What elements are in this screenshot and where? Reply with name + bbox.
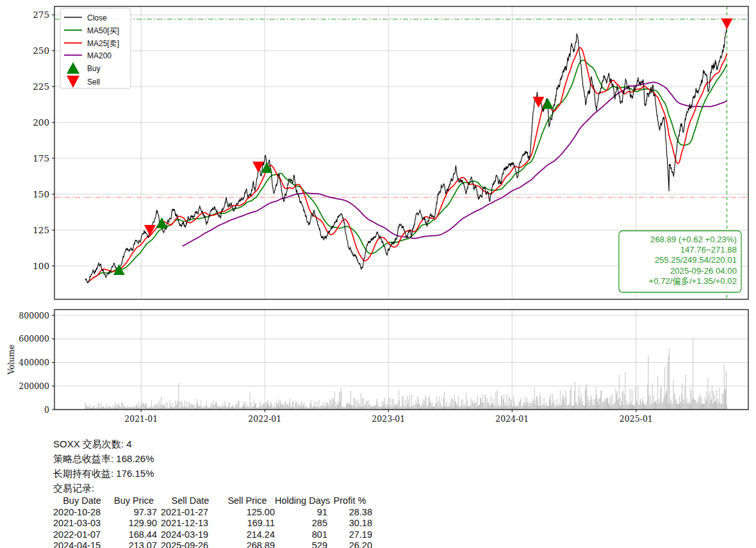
table-cell: 2022-01-07 [53, 529, 111, 541]
svg-text:2022-01: 2022-01 [248, 414, 281, 424]
annotation-line: +0.72/偏多/+1.35/+0.02 [649, 276, 737, 286]
svg-text:2024-01: 2024-01 [495, 414, 529, 424]
sell-marker [721, 19, 733, 29]
legend: CloseMA50[买]MA25[卖]MA200BuySell [60, 8, 131, 88]
legend-item-label: Buy [87, 64, 101, 73]
table-cell: 2021-03-03 [53, 518, 111, 529]
annotation-line: 147.76~271.88 [680, 245, 737, 254]
column-header: Sell Price [220, 495, 275, 507]
column-header: Sell Date [157, 495, 220, 507]
stock-figure-svg: 1001251501752002252502750200000400000600… [0, 0, 756, 431]
strategy-stats: SOXX 交易次数: 4 策略总收益率: 168.26% 长期持有收益: 176… [53, 436, 372, 548]
trade-record-row: 2022-01-07168.442024-03-19214.2480127.19 [53, 529, 372, 541]
legend-item-label: Close [87, 13, 107, 22]
annotation-line: 2025-09-26 04:00 [670, 266, 737, 276]
svg-text:150: 150 [33, 189, 49, 199]
volume-bars [85, 338, 727, 410]
table-cell: 125.00 [220, 507, 275, 519]
table-cell: 214.24 [220, 529, 275, 541]
svg-text:200: 200 [33, 117, 49, 128]
annotation-line: 255.25/249.54/220.01 [655, 255, 737, 265]
column-header: Holding Days [275, 495, 327, 507]
table-cell: 97.37 [111, 507, 157, 519]
table-cell: 2021-01-27 [157, 507, 220, 519]
table-cell: 2024-04-15 [53, 540, 111, 548]
table-cell: 2021-12-13 [157, 518, 220, 529]
annotation-box: 268.89 (+0.62 +0.23%)147.76~271.88255.25… [619, 231, 741, 292]
trade-record-row: 2021-03-03129.902021-12-13169.1128530.18 [53, 518, 372, 529]
table-cell: 213.07 [111, 540, 157, 548]
table-cell: 2025-09-26 [157, 540, 220, 548]
svg-text:125: 125 [33, 225, 49, 235]
svg-text:600000: 600000 [19, 334, 49, 344]
legend-item-label: MA50[买] [87, 26, 119, 35]
svg-text:2025-01: 2025-01 [620, 414, 653, 424]
column-header: Buy Date [53, 495, 111, 507]
legend-item-label: MA200 [87, 51, 111, 60]
table-cell: 801 [275, 529, 327, 541]
table-cell: 91 [275, 507, 327, 519]
table-cell: 285 [275, 518, 327, 529]
table-header-row: Buy DateBuy PriceSell DateSell PriceHold… [53, 495, 372, 507]
table-cell: 169.11 [220, 518, 275, 529]
legend-item-label: Sell [87, 78, 100, 87]
table-cell: 26.20 [327, 540, 372, 548]
legend-item-label: MA25[卖] [87, 39, 119, 48]
svg-text:800000: 800000 [19, 311, 49, 320]
volume-axis-label: Volume [6, 345, 16, 376]
volume-panel-border [54, 310, 748, 410]
trade-record-row: 2024-04-15213.072025-09-26268.8952926.20 [53, 540, 372, 548]
svg-text:2021-01: 2021-01 [124, 414, 158, 424]
trade-records-table: Buy DateBuy PriceSell DateSell PriceHold… [53, 495, 372, 548]
strategy-report-page: 1001251501752002252502750200000400000600… [0, 0, 756, 548]
trade-records-label: 交易记录: [53, 481, 372, 495]
svg-text:2023-01: 2023-01 [372, 414, 405, 424]
annotation-line: 268.89 (+0.62 +0.23%) [650, 235, 737, 244]
trade-record-row: 2020-10-2897.372021-01-27125.009128.38 [53, 507, 372, 519]
gridlines [54, 6, 748, 410]
table-cell: 268.89 [220, 540, 275, 548]
table-cell: 30.18 [327, 518, 372, 529]
table-cell: 2020-10-28 [53, 507, 111, 519]
svg-text:275: 275 [33, 10, 49, 20]
total-return-line: 策略总收益率: 168.26% [53, 451, 372, 466]
hold-return-line: 长期持有收益: 176.15% [53, 466, 372, 481]
table-cell: 28.38 [327, 507, 372, 519]
column-header: Profit % [327, 495, 372, 507]
svg-text:100: 100 [33, 261, 49, 271]
svg-text:200000: 200000 [19, 381, 49, 391]
svg-text:400000: 400000 [19, 358, 49, 367]
svg-text:0: 0 [44, 405, 49, 415]
table-cell: 129.90 [111, 518, 157, 529]
table-cell: 529 [275, 540, 327, 548]
svg-text:250: 250 [33, 46, 49, 56]
table-cell: 168.44 [111, 529, 157, 541]
svg-text:225: 225 [33, 81, 49, 92]
trade-count-line: SOXX 交易次数: 4 [53, 436, 372, 451]
table-cell: 27.19 [327, 529, 372, 541]
table-cell: 2024-03-19 [157, 529, 220, 541]
buy-marker [542, 98, 554, 109]
svg-text:175: 175 [33, 153, 49, 163]
column-header: Buy Price [111, 495, 157, 507]
